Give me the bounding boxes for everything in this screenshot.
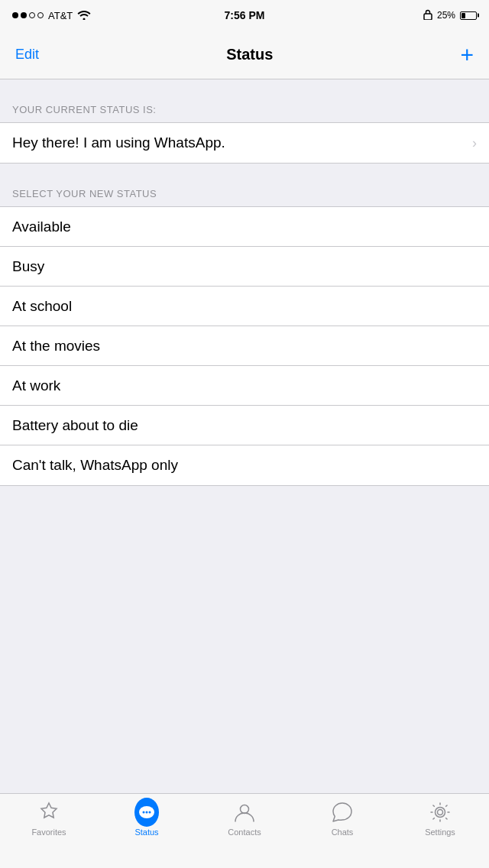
lock-icon	[423, 9, 432, 22]
battery-icon	[460, 11, 477, 20]
chevron-icon: ›	[472, 135, 477, 151]
status-option-at-work-text: At work	[12, 367, 477, 405]
current-status-value: Hey there! I am using WhatsApp.	[12, 124, 466, 162]
status-bar-left: AT&T	[12, 9, 91, 22]
status-option-at-movies[interactable]: At the movies	[0, 326, 489, 366]
svg-rect-0	[424, 14, 432, 20]
tab-favorites[interactable]: Favorites	[0, 800, 98, 837]
main-content: YOUR CURRENT STATUS IS: Hey there! I am …	[0, 79, 489, 561]
status-bar: AT&T 7:56 PM 25%	[0, 0, 489, 31]
tab-chats-label: Chats	[332, 828, 354, 837]
tab-chats[interactable]: Chats	[293, 800, 391, 837]
spacer-middle	[0, 164, 489, 179]
page-title: Status	[226, 46, 273, 63]
status-option-at-school[interactable]: At school	[0, 287, 489, 326]
status-bar-time: 7:56 PM	[225, 9, 265, 21]
nav-bar: Edit Status +	[0, 31, 489, 79]
battery-fill	[461, 13, 465, 18]
battery-percentage: 25%	[437, 10, 455, 21]
new-status-header-text: SELECT YOUR NEW STATUS	[12, 188, 157, 199]
wifi-icon	[77, 9, 91, 22]
status-option-busy-text: Busy	[12, 248, 477, 286]
status-option-cant-talk[interactable]: Can't talk, WhatsApp only	[0, 445, 489, 485]
signal-dot-1	[12, 12, 18, 18]
signal-dot-2	[21, 12, 27, 18]
current-status-header: YOUR CURRENT STATUS IS:	[0, 95, 489, 122]
spacer-top	[0, 79, 489, 95]
status-option-cant-talk-text: Can't talk, WhatsApp only	[12, 446, 477, 484]
add-button[interactable]: +	[460, 44, 474, 66]
status-option-at-work[interactable]: At work	[0, 366, 489, 406]
status-option-at-movies-text: At the movies	[12, 327, 477, 365]
svg-point-2	[143, 811, 145, 814]
status-option-available[interactable]: Available	[0, 207, 489, 247]
tab-status[interactable]: Status	[98, 800, 196, 837]
new-status-header: SELECT YOUR NEW STATUS	[0, 179, 489, 206]
current-status-header-text: YOUR CURRENT STATUS IS:	[12, 104, 156, 115]
tab-settings[interactable]: Settings	[391, 800, 489, 837]
tab-bar: Favorites Status Contacts	[0, 793, 489, 868]
svg-point-4	[149, 811, 151, 814]
signal-dot-4	[37, 12, 44, 18]
status-option-available-text: Available	[12, 208, 477, 246]
current-status-section: Hey there! I am using WhatsApp. ›	[0, 122, 489, 164]
edit-button[interactable]: Edit	[15, 47, 39, 63]
new-status-section: Available Busy At school At the movies A…	[0, 206, 489, 486]
carrier-label: AT&T	[48, 10, 73, 21]
signal-dots	[12, 12, 44, 18]
current-status-row[interactable]: Hey there! I am using WhatsApp. ›	[0, 123, 489, 163]
status-option-battery[interactable]: Battery about to die	[0, 406, 489, 445]
status-bar-right: 25%	[423, 9, 477, 22]
tab-contacts-label: Contacts	[228, 828, 261, 837]
person-icon	[232, 800, 257, 824]
star-icon	[37, 800, 61, 824]
status-option-battery-text: Battery about to die	[12, 406, 477, 445]
svg-point-6	[438, 810, 443, 815]
tab-status-label: Status	[134, 828, 158, 837]
svg-point-5	[241, 805, 249, 814]
svg-point-3	[146, 811, 148, 814]
status-chat-bubble	[134, 798, 159, 827]
svg-point-7	[436, 808, 445, 818]
gear-icon	[428, 800, 452, 824]
signal-dot-3	[29, 12, 35, 18]
status-option-busy[interactable]: Busy	[0, 247, 489, 287]
tab-contacts[interactable]: Contacts	[196, 800, 293, 837]
chat-icon	[330, 800, 355, 824]
status-bubble-icon	[134, 800, 159, 824]
tab-favorites-label: Favorites	[31, 828, 66, 837]
status-option-at-school-text: At school	[12, 287, 477, 326]
tab-settings-label: Settings	[425, 828, 455, 837]
